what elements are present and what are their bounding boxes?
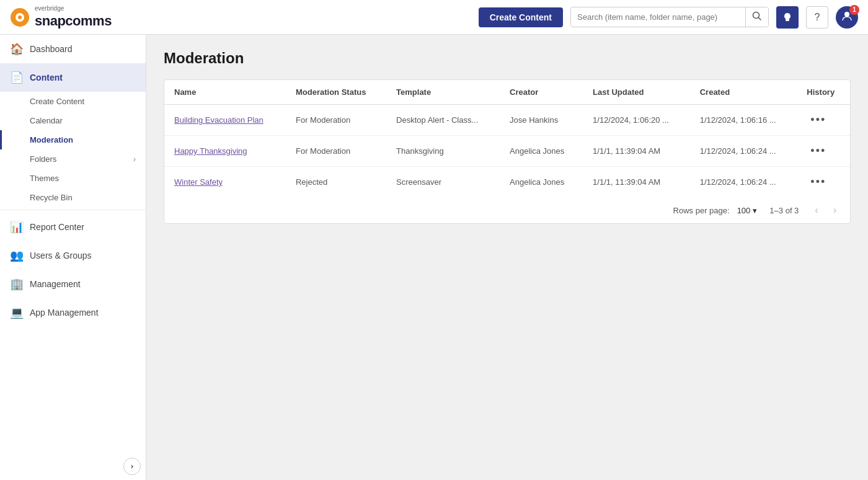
sidebar-sub-themes-label: Themes bbox=[30, 174, 59, 183]
row-2-more-button[interactable]: ••• bbox=[807, 143, 830, 159]
col-creator: Creator bbox=[500, 80, 583, 105]
row-2-created: 1/12/2024, 1:06:24 ... bbox=[690, 136, 797, 167]
sidebar-item-users-groups-label: Users & Groups bbox=[30, 251, 92, 260]
page-title: Moderation bbox=[164, 50, 851, 67]
main-content: Moderation Name Moderation Status Templa… bbox=[146, 35, 868, 480]
row-1-name[interactable]: Building Evacuation Plan bbox=[174, 115, 264, 125]
sidebar-bottom: › bbox=[0, 453, 146, 480]
logo-text: snapcomms bbox=[35, 13, 112, 29]
rows-per-page-label: Rows per page: bbox=[673, 206, 730, 215]
home-icon: 🏠 bbox=[10, 42, 24, 56]
sidebar-item-dashboard[interactable]: 🏠 Dashboard bbox=[0, 35, 146, 63]
sidebar-item-report-center-label: Report Center bbox=[30, 222, 84, 232]
help-button[interactable]: ? bbox=[806, 6, 828, 29]
row-3-last-updated: 1/1/1, 11:39:04 AM bbox=[583, 167, 690, 198]
row-1-last-updated: 1/12/2024, 1:06:20 ... bbox=[583, 105, 690, 136]
management-icon: 🏢 bbox=[10, 277, 24, 291]
col-created: Created bbox=[690, 80, 797, 105]
search-input[interactable] bbox=[571, 9, 745, 25]
col-name: Name bbox=[164, 80, 286, 105]
sidebar-sub-calendar-label: Calendar bbox=[30, 116, 63, 125]
table-row: Winter Safety Rejected Screensaver Angel… bbox=[164, 167, 850, 198]
logo-icon bbox=[10, 7, 30, 27]
col-last-updated: Last Updated bbox=[583, 80, 690, 105]
row-1-more-button[interactable]: ••• bbox=[807, 112, 830, 128]
search-bar bbox=[570, 7, 769, 27]
col-history: History bbox=[797, 80, 850, 105]
sidebar-collapse-button[interactable]: › bbox=[123, 458, 141, 475]
sidebar-item-app-management-label: App Management bbox=[30, 308, 99, 318]
table-row: Happy Thanksgiving For Moderation Thanks… bbox=[164, 136, 850, 167]
svg-point-6 bbox=[844, 12, 849, 17]
row-2-template: Thanksgiving bbox=[386, 136, 500, 167]
row-3-status: Rejected bbox=[286, 167, 386, 198]
sidebar-sub-calendar[interactable]: Calendar bbox=[0, 111, 146, 130]
row-1-status: For Moderation bbox=[286, 105, 386, 136]
table-body: Building Evacuation Plan For Moderation … bbox=[164, 105, 850, 198]
row-2-last-updated: 1/1/1, 11:39:04 AM bbox=[583, 136, 690, 167]
create-content-button[interactable]: Create Content bbox=[479, 7, 563, 27]
sidebar-sub-themes[interactable]: Themes bbox=[0, 169, 146, 188]
logo-area: everbridge snapcomms bbox=[10, 6, 134, 29]
sidebar-item-management-label: Management bbox=[30, 279, 81, 289]
pagination: Rows per page: 100 ▾ 1–3 of 3 ‹ › bbox=[164, 197, 850, 223]
row-2-name[interactable]: Happy Thanksgiving bbox=[174, 146, 247, 156]
row-3-created: 1/12/2024, 1:06:24 ... bbox=[690, 167, 797, 198]
table-row: Building Evacuation Plan For Moderation … bbox=[164, 105, 850, 136]
rows-per-page-select[interactable]: 100 ▾ bbox=[737, 206, 758, 215]
app-management-icon: 💻 bbox=[10, 306, 24, 319]
table-header: Name Moderation Status Template Creator … bbox=[164, 80, 850, 105]
svg-point-2 bbox=[18, 16, 22, 19]
sidebar-sub-folders-label: Folders bbox=[30, 154, 56, 164]
sidebar-sub-moderation-label: Moderation bbox=[30, 135, 73, 144]
sidebar-divider-1 bbox=[0, 210, 146, 210]
sidebar: 🏠 Dashboard 📄 Content Create Content Cal… bbox=[0, 35, 146, 480]
report-center-icon: 📊 bbox=[10, 220, 24, 234]
row-1-created: 1/12/2024, 1:06:16 ... bbox=[690, 105, 797, 136]
app-layout: 🏠 Dashboard 📄 Content Create Content Cal… bbox=[0, 35, 868, 480]
sidebar-item-users-groups[interactable]: 👥 Users & Groups bbox=[0, 241, 146, 270]
users-groups-icon: 👥 bbox=[10, 249, 24, 262]
search-icon bbox=[752, 11, 762, 21]
sidebar-sub-folders[interactable]: Folders › bbox=[0, 149, 146, 169]
user-menu-wrapper: 1 bbox=[836, 6, 858, 29]
logo-sub: everbridge bbox=[35, 6, 112, 12]
moderation-table: Name Moderation Status Template Creator … bbox=[164, 80, 850, 197]
notification-badge: 1 bbox=[849, 5, 859, 15]
sidebar-sub-recycle-bin-label: Recycle Bin bbox=[30, 193, 73, 202]
sidebar-sub-recycle-bin[interactable]: Recycle Bin bbox=[0, 188, 146, 207]
row-1-creator: Jose Hankins bbox=[500, 105, 583, 136]
lightbulb-button[interactable] bbox=[776, 6, 799, 29]
row-3-template: Screensaver bbox=[386, 167, 500, 198]
content-icon: 📄 bbox=[10, 71, 24, 84]
col-template: Template bbox=[386, 80, 500, 105]
sidebar-item-content-label: Content bbox=[30, 73, 63, 82]
sidebar-sub-create-content-label: Create Content bbox=[30, 97, 84, 106]
prev-page-button[interactable]: ‹ bbox=[811, 203, 822, 217]
lightbulb-icon bbox=[782, 12, 793, 23]
page-info: 1–3 of 3 bbox=[769, 206, 799, 215]
rows-per-page-dropdown-icon: ▾ bbox=[753, 206, 757, 215]
search-button[interactable] bbox=[745, 7, 768, 27]
header: everbridge snapcomms Create Content ? 1 bbox=[0, 0, 868, 35]
moderation-table-card: Name Moderation Status Template Creator … bbox=[164, 79, 851, 224]
sidebar-item-management[interactable]: 🏢 Management bbox=[0, 270, 146, 298]
sidebar-sub-moderation[interactable]: Moderation bbox=[0, 130, 146, 149]
sidebar-item-report-center[interactable]: 📊 Report Center bbox=[0, 213, 146, 241]
sidebar-item-dashboard-label: Dashboard bbox=[30, 44, 73, 54]
sidebar-sub-create-content[interactable]: Create Content bbox=[0, 92, 146, 111]
sidebar-item-content[interactable]: 📄 Content bbox=[0, 63, 146, 92]
row-3-creator: Angelica Jones bbox=[500, 167, 583, 198]
sidebar-item-app-management[interactable]: 💻 App Management bbox=[0, 298, 146, 327]
col-moderation-status: Moderation Status bbox=[286, 80, 386, 105]
row-1-template: Desktop Alert - Class... bbox=[386, 105, 500, 136]
row-3-name[interactable]: Winter Safety bbox=[174, 177, 223, 187]
folders-arrow-icon: › bbox=[133, 154, 136, 164]
row-2-status: For Moderation bbox=[286, 136, 386, 167]
next-page-button[interactable]: › bbox=[830, 203, 840, 217]
svg-line-4 bbox=[759, 18, 761, 20]
row-3-more-button[interactable]: ••• bbox=[807, 174, 830, 190]
svg-rect-5 bbox=[786, 20, 789, 21]
row-2-creator: Angelica Jones bbox=[500, 136, 583, 167]
